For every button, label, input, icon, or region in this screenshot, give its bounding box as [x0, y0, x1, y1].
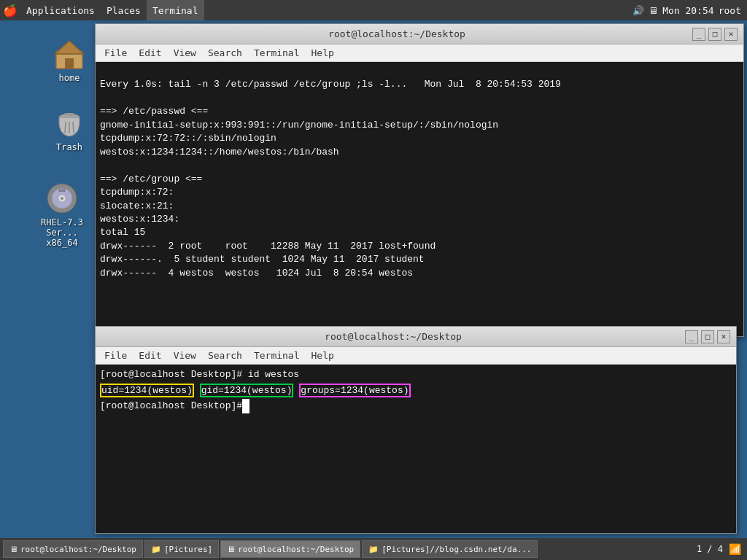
datetime: Mon 20:54	[662, 5, 713, 16]
terminal-window-1: root@localhost:~/Desktop _ □ ✕ File Edit…	[95, 23, 744, 337]
taskbar-top: 🍎 Applications Places Terminal 🔊 🖥 Mon 2…	[0, 0, 747, 20]
svg-rect-4	[64, 113, 74, 116]
minimize-btn-1[interactable]: _	[692, 28, 705, 41]
desktop-icon-trash[interactable]: Trash	[36, 106, 102, 152]
edit-menu-1[interactable]: Edit	[133, 44, 167, 61]
cursor	[242, 399, 249, 413]
minimize-btn-2[interactable]: _	[685, 330, 698, 343]
tb-icon-2: 🖥	[227, 545, 235, 554]
maximize-btn-2[interactable]: □	[701, 330, 714, 343]
terminal-content-2[interactable]: [root@localhost Desktop]# id westos uid=…	[96, 365, 736, 533]
tb-label-2: root@localhost:~/Desktop	[238, 545, 354, 554]
line-blank2	[100, 160, 106, 171]
taskbar-btn-1[interactable]: 📁 [Pictures]	[144, 540, 219, 558]
line-gnome: gnome-initial-setup:x:993:991::/run/gnom…	[100, 120, 498, 131]
svg-line-5	[65, 122, 66, 133]
sys-tray: 🔊 🖥 Mon 20:54 root	[632, 5, 747, 16]
close-btn-2[interactable]: ✕	[717, 330, 730, 343]
tb-icon-3: 📁	[368, 545, 379, 554]
taskbar-btn-3[interactable]: 📁 [Pictures]//blog.csdn.net/da...	[362, 540, 538, 558]
prompt-line-1: [root@localhost Desktop]# id westos	[100, 368, 732, 382]
view-menu-1[interactable]: View	[168, 44, 202, 61]
help-menu-1[interactable]: Help	[306, 44, 340, 61]
line-passwd-header: ==> /etc/passwd <==	[100, 106, 208, 117]
menubar-1: File Edit View Search Terminal Help	[96, 44, 743, 62]
file-menu-1[interactable]: File	[98, 44, 133, 61]
window-controls-2: _ □ ✕	[685, 330, 730, 343]
id-command: [root@localhost Desktop]# id westos	[100, 369, 299, 380]
terminal-content-1[interactable]: Every 1.0s: tail -n 3 /etc/passwd /etc/g…	[96, 62, 743, 336]
terminal-window-2: root@localhost:~/Desktop _ □ ✕ File Edit…	[95, 326, 737, 534]
title-1: root@localhost:~/Desktop	[101, 28, 692, 39]
dvd-icon: DVD	[44, 181, 80, 216]
line-1: Every 1.0s: tail -n 3 /etc/passwd /etc/g…	[100, 79, 561, 90]
user-label: root	[719, 5, 741, 16]
line-westos-passwd: westos:x:1234:1234::/home/westos:/bin/ba…	[100, 147, 339, 158]
tb-label-3: [Pictures]//blog.csdn.net/da...	[382, 545, 531, 554]
trash-icon	[52, 106, 87, 141]
terminal-menu-1[interactable]: Terminal	[248, 44, 306, 61]
id-output-line: uid=1234(westos) gid=1234(westos) groups…	[100, 384, 732, 398]
svg-line-7	[73, 122, 74, 133]
line-student: drwx------. 5 student student 1024 May 1…	[100, 254, 425, 265]
page-indicator: 1 / 4	[692, 544, 727, 554]
taskbar-btn-0[interactable]: 🖥 root@localhost:~/Desktop	[3, 540, 143, 558]
uid-highlight: uid=1234(westos)	[100, 384, 194, 397]
distro-icon: 🍎	[3, 3, 18, 18]
titlebar-1: root@localhost:~/Desktop _ □ ✕	[96, 24, 743, 44]
tb-label-1: [Pictures]	[164, 545, 212, 554]
search-menu-2[interactable]: Search	[202, 347, 248, 364]
trash-label: Trash	[56, 142, 82, 152]
line-westos-group: westos:x:1234:	[100, 214, 179, 225]
search-menu-1[interactable]: Search	[202, 44, 248, 61]
display-icon[interactable]: 🖥	[649, 5, 658, 16]
svg-point-11	[61, 197, 63, 200]
taskbar-bottom: 🖥 root@localhost:~/Desktop 📁 [Pictures] …	[0, 538, 747, 560]
titlebar-2: root@localhost:~/Desktop _ □ ✕	[96, 327, 736, 347]
wifi-icon: 📶	[729, 543, 744, 555]
close-btn-1[interactable]: ✕	[724, 28, 738, 41]
desktop-icon-home[interactable]: home	[36, 36, 102, 83]
places-menu[interactable]: Places	[101, 0, 147, 20]
line-group-header: ==> /etc/group <==	[100, 174, 202, 184]
line-tcpdump-group: tcpdump:x:72:	[100, 187, 174, 198]
line-westos-dir: drwx------ 4 westos westos 1024 Jul 8 20…	[100, 268, 413, 279]
svg-text:DVD: DVD	[58, 188, 65, 192]
line-lostfound: drwx------ 2 root root 12288 May 11 2017…	[100, 241, 436, 252]
svg-rect-2	[65, 58, 74, 69]
tb-label-0: root@localhost:~/Desktop	[20, 545, 136, 554]
view-menu-2[interactable]: View	[168, 347, 202, 364]
volume-icon[interactable]: 🔊	[632, 5, 644, 16]
app-menu: 🍎 Applications Places Terminal	[0, 0, 204, 20]
dvd-label: RHEL-7.3 Ser... x86_64	[29, 217, 95, 248]
file-menu-2[interactable]: File	[98, 347, 133, 364]
svg-marker-1	[55, 41, 84, 54]
line-slocate: slocate:x:21:	[100, 201, 174, 211]
tb-icon-1: 📁	[151, 545, 161, 554]
tb-icon-0: 🖥	[9, 545, 18, 554]
prompt-line-2: [root@localhost Desktop]#	[100, 399, 732, 413]
help-menu-2[interactable]: Help	[306, 347, 340, 364]
taskbar-btn-2[interactable]: 🖥 root@localhost:~/Desktop	[220, 540, 360, 558]
window-controls-1: _ □ ✕	[692, 28, 738, 41]
terminal-menu[interactable]: Terminal	[147, 0, 204, 20]
groups-highlight: groups=1234(westos)	[299, 384, 410, 397]
home-icon	[52, 36, 87, 71]
line-blank1	[100, 93, 106, 104]
terminal-menu-2[interactable]: Terminal	[248, 347, 306, 364]
prompt-2: [root@localhost Desktop]#	[100, 400, 242, 411]
home-label: home	[59, 73, 80, 83]
edit-menu-2[interactable]: Edit	[133, 347, 167, 364]
title-2: root@localhost:~/Desktop	[101, 331, 685, 342]
line-tcpdump-passwd: tcpdump:x:72:72::/:sbin/nologin	[100, 133, 276, 144]
gid-highlight: gid=1234(westos)	[200, 384, 294, 397]
maximize-btn-1[interactable]: □	[708, 28, 721, 41]
desktop-icon-dvd[interactable]: DVD RHEL-7.3 Ser... x86_64	[29, 181, 95, 248]
applications-menu[interactable]: Applications	[20, 0, 101, 20]
menubar-2: File Edit View Search Terminal Help	[96, 347, 736, 365]
line-total: total 15	[100, 227, 145, 238]
